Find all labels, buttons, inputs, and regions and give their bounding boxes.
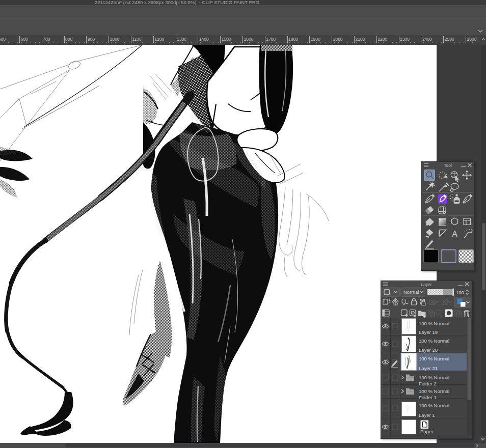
svg-text:100 % Normal: 100 % Normal [419,388,449,394]
svg-text:Normal: Normal [403,289,419,295]
svg-text:Layer 21: Layer 21 [419,366,438,371]
svg-text:Folder 1: Folder 1 [419,395,437,400]
svg-text:A: A [452,230,457,238]
svg-text:100 % Normal: 100 % Normal [419,375,449,380]
svg-text:100 % Normal: 100 % Normal [419,356,449,361]
svg-text:Layer: Layer [421,282,431,287]
svg-text:Tool: Tool [444,163,452,168]
svg-text:Layer 20: Layer 20 [419,347,438,353]
svg-text:100 % Normal: 100 % Normal [419,338,449,344]
svg-text:Layer 19: Layer 19 [419,329,438,335]
svg-text:Layer 1: Layer 1 [419,412,435,418]
svg-text:100 % Normal: 100 % Normal [419,403,449,408]
svg-text:Paper: Paper [420,429,433,434]
svg-text:Folder 2: Folder 2 [419,381,437,386]
svg-text:100: 100 [456,290,464,295]
svg-text:100 % Normal: 100 % Normal [419,321,449,326]
